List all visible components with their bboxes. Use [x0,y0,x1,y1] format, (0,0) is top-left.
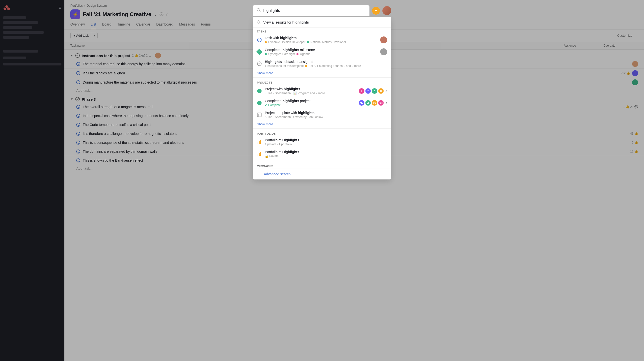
tag-label: Fall '21 Marketing Launch... and 2 more [308,64,361,68]
divider [253,161,391,161]
search-icon [257,8,261,13]
task-circle-outline-icon [257,61,262,66]
tag-dot [265,53,267,55]
task-item-title-2: Completed highlights milestone [265,48,377,52]
portfolio-item-content-1: Portfolio of Highlights 1 project · 1 po… [265,138,387,146]
portfolio-item-subtitle-1: 1 project · 1 portfolio [265,143,387,146]
avatar: CD [372,100,378,106]
search-input-wrapper [253,5,370,16]
projects-show-more[interactable]: Show more [253,121,391,127]
tag-label: Uganda [300,52,310,56]
avatar: A [372,88,378,94]
view-all-text: View all results for highlights [263,20,309,24]
user-avatar[interactable] [382,6,391,15]
search-container: + View all results for highlights Tasks … [253,5,391,180]
portfolio-item-content-2: Portfolio of Highlights 🔒 Private [265,150,387,158]
subtitle-text: Kulas - Stiedemann · 📊 Program and 2 mor… [265,92,325,95]
project-item-content-3: Project template with highlights Kulas -… [265,111,387,119]
portfolio-item-subtitle-2: 🔒 Private [265,154,387,158]
advanced-search-icon [257,172,261,176]
avatar: R [378,88,384,94]
task-avatar [380,48,387,55]
task-item-subtitle-2: Synergies Paradigm Uganda [265,52,377,56]
advanced-search-label: Advanced search [264,172,290,176]
svg-rect-14 [258,175,260,175]
project-circle-icon-2 [257,100,262,105]
avatar: SH [378,100,384,106]
search-section-tasks-label: Tasks [253,28,391,34]
search-section-projects-label: Projects [253,79,391,85]
search-section-portfolios-label: Portfolios [253,130,391,136]
project-item-title-1: Project with highlights [265,87,356,91]
svg-rect-11 [260,152,261,156]
add-button[interactable]: + [372,7,380,15]
search-task-item-1[interactable]: Task with highlights Dynamic Division De… [253,34,391,46]
avatar: EF [365,100,371,106]
search-task-item-3[interactable]: Highlights subtask unassigned ‹ Instruct… [253,58,391,70]
svg-rect-10 [259,153,260,156]
project-item-content-1: Project with highlights Kulas - Stiedema… [265,87,356,95]
portfolio-item-title-1: Portfolio of Highlights [265,138,387,142]
tag-dot [305,65,307,67]
search-portfolio-item-1[interactable]: Portfolio of Highlights 1 project · 1 po… [253,136,391,148]
subtitle-text: Kulas - Stiedemann · Owned by Bob Loblaw [265,115,323,119]
complete-badge: ✓ Complete [265,103,281,107]
task-circle-check-icon [257,38,262,42]
tag-label: Dynamic Division Developer [268,41,306,44]
search-view-all-icon [257,20,261,24]
search-top-bar: + [253,5,391,16]
avatar: T [365,88,371,94]
task-item-subtitle-1: Dynamic Division Developer National Metr… [265,41,377,44]
subtitle-text: 🔒 Private [265,154,279,158]
search-section-messages-label: Messages [253,162,391,169]
task-item-title-3: Highlights subtask unassigned [265,60,387,64]
portfolio-bar-chart-icon-1 [257,140,262,145]
divider [253,77,391,78]
svg-rect-12 [257,173,261,173]
project-item-subtitle-1: Kulas - Stiedemann · 📊 Program and 2 mor… [265,92,356,95]
project-avatars-2: MB EF CD SH 5 [359,100,387,106]
project-item-title-2: Completed highlights project [265,99,356,103]
task-item-title-1: Task with highlights [265,36,377,40]
tag-dot [296,53,298,55]
divider [253,128,391,129]
svg-rect-6 [258,142,258,144]
task-item-content-3: Highlights subtask unassigned ‹ Instruct… [265,60,387,68]
project-item-content-2: Completed highlights project ✓ Complete [265,99,356,107]
project-template-icon [257,112,262,117]
project-item-subtitle-3: Kulas - Stiedemann · Owned by Bob Loblaw [265,115,387,119]
task-item-content-2: Completed highlights milestone Synergies… [265,48,377,56]
tag-dot [307,41,309,43]
search-portfolio-item-2[interactable]: Portfolio of Highlights 🔒 Private [253,148,391,160]
project-circle-icon [257,89,262,94]
search-view-all-button[interactable]: View all results for highlights [253,17,391,28]
task-diamond-check-icon [257,49,262,54]
project-item-title-3: Project template with highlights [265,111,387,115]
avatar-count: 5 [386,101,387,105]
task-item-content-1: Task with highlights Dynamic Division De… [265,36,377,44]
search-project-item-3[interactable]: Project template with highlights Kulas -… [253,109,391,121]
search-project-item-2[interactable]: Completed highlights project ✓ Complete … [253,97,391,109]
tasks-show-more[interactable]: Show more [253,70,391,76]
svg-rect-8 [260,140,261,144]
svg-rect-13 [258,174,260,174]
search-dropdown: View all results for highlights Tasks Ta… [253,17,391,180]
subtitle-text: ‹ Instructions for this template [265,64,304,68]
portfolio-bar-chart-icon-2 [257,152,262,156]
search-task-item-2[interactable]: Completed highlights milestone Synergies… [253,46,391,58]
tag-label: Synergies Paradigm [268,52,295,56]
search-project-item-1[interactable]: Project with highlights Kulas - Stiedema… [253,85,391,97]
avatar-count: 5 [386,89,387,93]
svg-rect-9 [258,154,258,156]
tag-dot [265,41,267,43]
svg-rect-5 [257,113,261,117]
svg-rect-7 [259,141,260,144]
advanced-search-button[interactable]: Advanced search [253,169,391,179]
project-avatars: S T A R 5 [359,88,387,94]
avatar: S [359,88,364,94]
task-item-subtitle-3: ‹ Instructions for this template Fall '2… [265,64,387,68]
portfolio-item-title-2: Portfolio of Highlights [265,150,387,154]
tag-label: National Metrics Developer [310,41,346,44]
search-input[interactable] [263,9,365,13]
project-item-subtitle-2: ✓ Complete [265,103,356,107]
